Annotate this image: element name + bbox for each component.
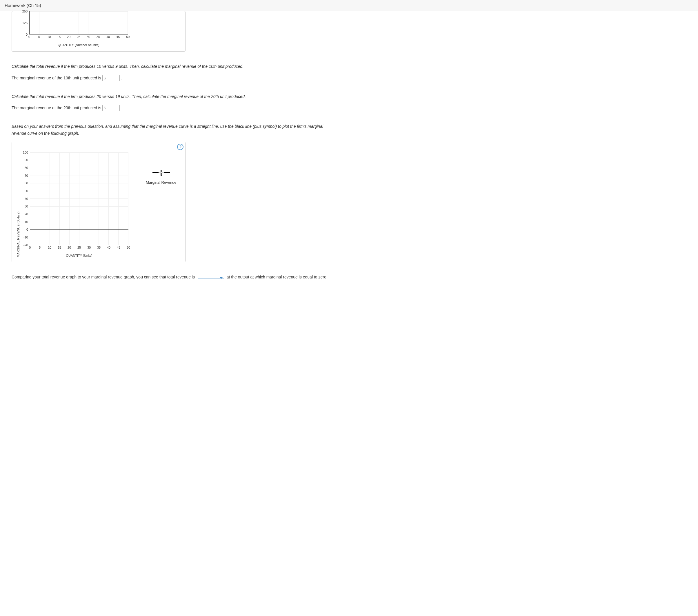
help-button[interactable]: ? <box>177 144 183 150</box>
mr-chart-plot[interactable] <box>30 153 128 245</box>
mr-legend-item[interactable]: Marginal Revenue <box>146 170 177 185</box>
page-title: Homework (Ch 15) <box>5 3 41 8</box>
q2-post: . <box>121 105 122 110</box>
mr-y-ticks: 100 90 80 70 60 50 40 30 20 10 0 -10 -20 <box>21 153 30 245</box>
q2-pre: The marginal revenue of the 20th unit pr… <box>12 105 101 110</box>
q1-answer-row: The marginal revenue of the 10th unit pr… <box>12 75 336 82</box>
mr-legend-label: Marginal Revenue <box>146 180 177 185</box>
page-header: Homework (Ch 15) <box>0 0 698 11</box>
q2-answer-row: The marginal revenue of the 20th unit pr… <box>12 104 336 112</box>
mr-chart-card: ? MARGINAL REVENUE (Dollars) 100 90 80 7… <box>12 142 185 262</box>
q1-prompt: Calculate the total revenue if the firm … <box>12 63 336 70</box>
conclusion-select[interactable] <box>198 278 224 278</box>
tr-chart-plot[interactable] <box>29 11 128 34</box>
q1-pre: The marginal revenue of the 10th unit pr… <box>12 76 101 80</box>
q1-input[interactable] <box>102 75 120 81</box>
tr-chart-body: 250 125 0 0 5 10 15 <box>19 11 128 47</box>
tr-x-label: QUANTITY (Number of units) <box>29 43 128 47</box>
q2-input[interactable] <box>102 105 120 111</box>
mr-y-label: MARGINAL REVENUE (Dollars) <box>16 212 20 257</box>
mr-x-label: QUANTITY (Units) <box>30 254 128 257</box>
q2-prompt: Calculate the total revenue if the firm … <box>12 93 336 100</box>
q1-post: . <box>121 76 122 80</box>
tr-y-ticks: 250 125 0 <box>19 11 29 34</box>
conclusion-row: Comparing your total revenue graph to yo… <box>12 274 336 281</box>
graph-instruction: Based on your answers from the previous … <box>12 123 336 137</box>
conclusion-pre: Comparing your total revenue graph to yo… <box>12 275 195 279</box>
mr-legend: Marginal Revenue <box>146 153 177 185</box>
mr-chart-body: 100 90 80 70 60 50 40 30 20 10 0 -10 -20 <box>21 153 128 257</box>
conclusion-post: at the output at which marginal revenue … <box>227 275 327 279</box>
plus-line-icon <box>152 170 170 176</box>
svg-rect-3 <box>158 172 164 173</box>
mr-x-ticks: 0 5 10 15 20 25 30 35 40 45 50 <box>30 245 128 250</box>
tr-chart-card: 250 125 0 0 5 10 15 <box>12 11 185 52</box>
tr-x-ticks: 0 5 10 15 20 25 30 35 40 45 50 <box>29 34 128 39</box>
